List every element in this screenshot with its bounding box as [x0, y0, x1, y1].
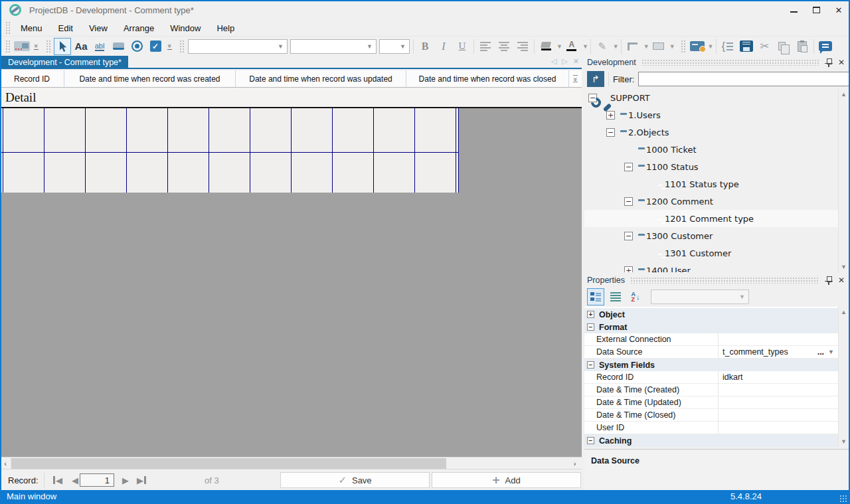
categorized-view-button[interactable]	[587, 288, 604, 305]
chevron-down-icon[interactable]: ▼	[828, 349, 838, 355]
chevron-down-icon[interactable]: ▼	[556, 43, 562, 50]
property-category-format[interactable]: − Format	[584, 321, 838, 333]
bold-button[interactable]: B	[416, 38, 434, 55]
close-icon[interactable]: ✕	[838, 58, 845, 67]
tree-item-1000-ticket[interactable]: 1000 Ticket	[584, 141, 838, 158]
resize-grip[interactable]	[839, 495, 848, 502]
draw-button[interactable]: ✎	[594, 38, 611, 55]
tree-item-objects[interactable]: − 2.Objects	[584, 124, 838, 141]
comment-button[interactable]	[817, 38, 834, 55]
tree-item-1200-comment[interactable]: − 1200 Comment	[584, 193, 838, 210]
panel-drag-hatch[interactable]	[641, 59, 819, 66]
fill-color-button[interactable]	[537, 38, 554, 55]
maximize-button[interactable]	[805, 1, 827, 19]
column-overflow-button[interactable]: »	[569, 70, 582, 87]
form-settings-button[interactable]	[689, 38, 706, 55]
property-value[interactable]: idkart	[719, 373, 838, 382]
collapse-toggle[interactable]: −	[624, 163, 633, 171]
property-category-caching[interactable]: − Caching	[584, 434, 838, 447]
tree-item-1101-status-type[interactable]: 1101 Status type	[584, 175, 838, 193]
record-card-button[interactable]	[13, 38, 31, 55]
scroll-down-icon[interactable]: ▼	[841, 262, 847, 272]
border-style-button[interactable]	[624, 38, 641, 55]
expand-toggle[interactable]: +	[606, 111, 615, 120]
radio-tool-button[interactable]	[128, 38, 145, 55]
font-style-combo[interactable]: ▼	[290, 39, 377, 54]
next-record-button[interactable]: ▶	[118, 473, 133, 487]
menu-edit[interactable]: Edit	[50, 22, 81, 35]
toolbar-overflow-1[interactable]: »	[31, 42, 41, 50]
tree-item-users[interactable]: + 1.Users	[584, 106, 838, 124]
horizontal-scrollbar[interactable]: ‹ ›	[0, 457, 582, 469]
design-grid[interactable]	[0, 108, 459, 193]
property-value[interactable]: t_comment_types ... ▼	[719, 347, 838, 357]
menu-arrange[interactable]: Arrange	[116, 22, 162, 35]
scroll-up-icon[interactable]: ▲	[841, 307, 847, 317]
property-category-object[interactable]: + Object	[584, 308, 838, 321]
paste-button[interactable]	[794, 38, 811, 55]
tree-item-1300-customer[interactable]: − 1300 Customer	[584, 227, 838, 244]
font-family-combo[interactable]: ▼	[188, 39, 288, 54]
property-row-data-source[interactable]: Data Source t_comment_types ... ▼	[584, 346, 838, 359]
save-record-button[interactable]: ✓ Save	[280, 472, 430, 488]
jump-to-object-button[interactable]: ↱	[587, 71, 604, 87]
tab-scroll-right-icon[interactable]: ▷	[562, 57, 567, 66]
cut-button[interactable]: ✂	[756, 38, 774, 55]
align-center-button[interactable]	[495, 38, 513, 55]
copy-button[interactable]	[775, 38, 792, 55]
pin-icon[interactable]	[825, 276, 833, 285]
font-color-button[interactable]: A	[563, 38, 580, 55]
property-row-user-id[interactable]: User ID	[584, 422, 838, 434]
menu-help[interactable]: Help	[209, 22, 242, 35]
property-row-external-connection[interactable]: External Connection	[584, 333, 838, 346]
filter-input[interactable]	[638, 72, 850, 86]
toolbar-overflow-2[interactable]: »	[165, 42, 174, 50]
scroll-left-arrow[interactable]: ‹	[0, 458, 11, 469]
first-record-button[interactable]: ◀	[50, 473, 65, 487]
sort-alphabetical-button[interactable]: AZ↓	[627, 288, 644, 305]
close-icon[interactable]: ✕	[838, 276, 845, 285]
scroll-down-icon[interactable]: ▼	[841, 436, 847, 447]
checkbox-tool-button[interactable]: ✓	[147, 38, 164, 55]
record-number-input[interactable]	[80, 473, 114, 487]
toolbar-grip-1[interactable]	[5, 40, 10, 53]
pin-icon[interactable]	[825, 58, 833, 67]
tree-scrollbar[interactable]: ▲ ▼	[838, 89, 849, 272]
panel-drag-hatch[interactable]	[630, 277, 819, 284]
scroll-right-arrow[interactable]: ›	[569, 458, 580, 469]
save-button[interactable]	[738, 38, 755, 55]
tab-close-icon[interactable]: ✕	[573, 57, 579, 66]
property-row-record-id[interactable]: Record ID idkart	[584, 371, 838, 384]
collapse-toggle[interactable]: −	[587, 437, 594, 444]
property-row-datetime-updated[interactable]: Date & Time (Updated)	[584, 396, 838, 409]
column-header-created[interactable]: Date and time when record was created	[64, 70, 236, 87]
tree-item-support[interactable]: − SUPPORT	[584, 89, 838, 106]
font-size-combo[interactable]: ▼	[379, 39, 410, 54]
horizontal-scroll-thumb[interactable]	[11, 458, 446, 469]
collapse-toggle[interactable]: −	[624, 232, 633, 240]
property-row-datetime-closed[interactable]: Date & Time (Closed)	[584, 409, 838, 422]
collapse-toggle[interactable]: −	[587, 323, 594, 331]
collapse-toggle[interactable]: −	[587, 361, 594, 369]
toolbar-grip-2[interactable]	[46, 40, 50, 53]
list-view-button[interactable]	[607, 288, 624, 305]
italic-button[interactable]: I	[435, 38, 452, 55]
field-list-button[interactable]: {	[719, 38, 736, 55]
underline-button[interactable]: U	[454, 38, 471, 55]
close-button[interactable]: ✕	[827, 1, 850, 19]
column-header-closed[interactable]: Date and time when record was closed	[406, 70, 569, 87]
add-record-button[interactable]: + Add	[432, 472, 581, 488]
select-tool-button[interactable]	[54, 38, 71, 55]
properties-search-combo[interactable]: ▼	[651, 290, 749, 304]
detail-band-header[interactable]: Detail	[0, 87, 582, 108]
shape-button[interactable]	[650, 38, 667, 55]
tab-development-comment-type[interactable]: Development - Comment type*	[1, 56, 128, 69]
align-right-button[interactable]	[514, 38, 531, 55]
last-record-button[interactable]: ▶	[134, 473, 149, 487]
tree-item-1100-status[interactable]: − 1100 Status	[584, 158, 838, 175]
menu-view[interactable]: View	[81, 22, 116, 35]
property-row-datetime-created[interactable]: Date & Time (Created)	[584, 384, 838, 396]
minimize-button[interactable]	[782, 1, 805, 19]
toolbar-grip-3[interactable]	[179, 40, 184, 53]
collapse-toggle[interactable]: −	[624, 197, 633, 206]
